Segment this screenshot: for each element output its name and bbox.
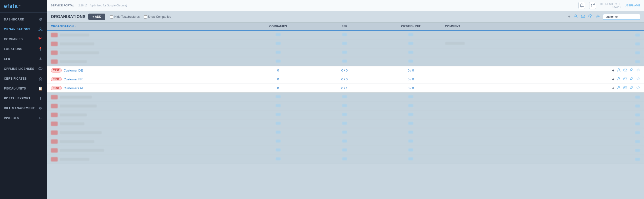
cloud-action-icon[interactable] — [630, 77, 634, 82]
fiscal-icon: 📋 — [38, 86, 43, 91]
svg-point-10 — [618, 69, 620, 70]
svg-point-6 — [40, 77, 42, 79]
col-header-crt: CRT/FIS-UNIT — [379, 25, 443, 28]
hide-teststructures-label: Hide Teststructures — [114, 15, 140, 18]
table-row-customer-fr[interactable]: TEST Customer FR 0 0 / 0 0 / 0 + — [47, 75, 644, 84]
test-badge: TEST — [51, 68, 62, 72]
sidebar-item-label-bill-management: BILL MANAGEMENT — [4, 107, 35, 110]
sidebar-item-companies[interactable]: COMPANIES 🚩 — [0, 34, 47, 44]
sidebar-item-organisations[interactable]: ORGANISATIONS — [0, 24, 47, 34]
sidebar-item-fiscal-units[interactable]: FISCAL-UNITS 📋 — [0, 84, 47, 93]
table-row-customers-at[interactable]: TEST Customers AT 0 0 / 1 0 / 0 + — [47, 84, 644, 93]
content-area: ORGANISATIONS + ADD Hide Teststructures … — [47, 11, 644, 199]
col-header-comment: COMMENT — [445, 25, 510, 28]
table-row — [47, 128, 644, 137]
user-icon[interactable] — [574, 14, 578, 19]
checkbox-group: Hide Teststructures Show Companies — [110, 15, 171, 18]
code-action-icon[interactable] — [636, 68, 640, 73]
table-row — [47, 39, 644, 48]
efr-customers-at: 0 / 1 — [312, 86, 377, 90]
download-icon: ⬇ — [38, 96, 43, 101]
sidebar-item-label-certificates: CERTIFICATES — [4, 77, 27, 80]
email-action-icon[interactable] — [623, 77, 627, 82]
sidebar-item-label-dashboard: DASHBOARD — [4, 18, 24, 21]
sidebar-item-certificates[interactable]: CERTIFICATES — [0, 74, 47, 84]
table-row — [47, 119, 644, 128]
show-companies-checkbox[interactable]: Show Companies — [144, 15, 171, 18]
org-name-customers-at[interactable]: Customers AT — [64, 86, 84, 90]
sidebar-item-invoices[interactable]: INVOICES 🏷 — [0, 113, 47, 123]
efr-customer-de: 0 / 0 — [312, 69, 377, 72]
hide-teststructures-input[interactable] — [110, 15, 113, 18]
svg-rect-15 — [624, 87, 627, 89]
settings-icon[interactable] — [596, 14, 600, 19]
user-action-icon[interactable] — [617, 68, 621, 73]
table-header: ORGANISATION ↓ COMPANIES EFR CRT/FIS-UNI… — [47, 23, 644, 30]
header-bar: ORGANISATIONS + ADD Hide Teststructures … — [47, 11, 644, 23]
notification-icon[interactable] — [578, 2, 585, 9]
table-row — [47, 30, 644, 39]
row-org-customers-at: TEST Customers AT — [51, 86, 244, 90]
col-header-companies: COMPANIES — [246, 25, 310, 28]
email-action-icon[interactable] — [623, 86, 627, 91]
svg-point-9 — [597, 16, 598, 17]
add-org-icon[interactable]: + — [568, 14, 570, 19]
search-input[interactable] — [603, 14, 640, 20]
table-row — [47, 93, 644, 102]
refresh-icon[interactable] — [589, 2, 596, 9]
sidebar-item-bill-management[interactable]: BILL MANAGEMENT ⚙ — [0, 103, 47, 113]
efr-icon: ✳ — [38, 56, 43, 61]
svg-rect-13 — [624, 78, 627, 80]
sidebar-item-label-organisations: ORGANISATIONS — [4, 28, 30, 31]
crt-customer-fr: 0 / 0 — [379, 77, 443, 81]
show-companies-label: Show Companies — [148, 15, 171, 18]
row-org-customer-de: TEST Customer DE — [51, 68, 244, 72]
sidebar-item-offline-licenses[interactable]: OFFLINE LICENSES — [0, 64, 47, 74]
svg-rect-8 — [581, 15, 585, 17]
code-action-icon[interactable] — [636, 86, 640, 91]
table-row — [47, 48, 644, 57]
show-companies-input[interactable] — [144, 15, 147, 18]
sidebar-item-dashboard[interactable]: DASHBOARD ⏱ — [0, 14, 47, 24]
code-action-icon[interactable] — [636, 77, 640, 82]
clock-icon: ⏱ — [38, 17, 43, 22]
email-icon[interactable] — [581, 14, 585, 19]
table-row-customer-de[interactable]: TEST Customer DE 0 0 / 0 0 / 0 + — [47, 66, 644, 75]
flag-icon: 🚩 — [38, 37, 43, 42]
row-org-blurred-3 — [51, 50, 244, 55]
user-action-icon[interactable] — [617, 77, 621, 82]
location-icon: 📍 — [38, 47, 43, 51]
add-action-icon[interactable]: + — [612, 68, 614, 73]
test-badge: TEST — [51, 77, 62, 81]
sidebar-item-efr[interactable]: EFR ✳ — [0, 54, 47, 64]
sidebar-item-locations[interactable]: LOCATIONS 📍 — [0, 44, 47, 54]
table-body: TEST Customer DE 0 0 / 0 0 / 0 + — [47, 30, 644, 199]
row-actions-customer-fr: + — [511, 77, 640, 82]
table-row — [47, 57, 644, 66]
cloud-upload-icon[interactable] — [588, 14, 593, 19]
table-row — [47, 110, 644, 119]
col-header-organisation[interactable]: ORGANISATION ↓ — [51, 25, 244, 28]
companies-customers-at: 0 — [246, 86, 310, 90]
sidebar-item-label-fiscal-units: FISCAL-UNITS — [4, 87, 26, 90]
cloud-icon — [38, 66, 43, 71]
hide-teststructures-checkbox[interactable]: Hide Teststructures — [110, 15, 140, 18]
cloud-action-icon[interactable] — [630, 86, 634, 91]
cloud-action-icon[interactable] — [630, 68, 634, 73]
add-action-icon[interactable]: + — [612, 77, 614, 82]
add-action-icon[interactable]: + — [612, 86, 614, 90]
user-action-icon[interactable] — [617, 86, 621, 91]
org-name-customer-de[interactable]: Customer DE — [64, 69, 83, 72]
companies-customer-fr: 0 — [246, 77, 310, 81]
page-title: ORGANISATIONS — [51, 14, 86, 19]
email-action-icon[interactable] — [623, 68, 627, 73]
org-name-customer-fr[interactable]: Customer FR — [64, 77, 83, 81]
add-button[interactable]: + ADD — [88, 13, 105, 20]
svg-line-5 — [40, 30, 42, 30]
table-row — [47, 102, 644, 110]
sidebar-item-portal-export[interactable]: PORTAL EXPORT ⬇ — [0, 93, 47, 103]
service-portal-label: SERVICE PORTAL — [51, 4, 74, 7]
sidebar-item-label-efr: EFR — [4, 57, 10, 61]
sidebar: efsta ™ DASHBOARD ⏱ ORGANISATIONS COMPAN… — [0, 0, 47, 199]
svg-point-2 — [41, 30, 42, 31]
